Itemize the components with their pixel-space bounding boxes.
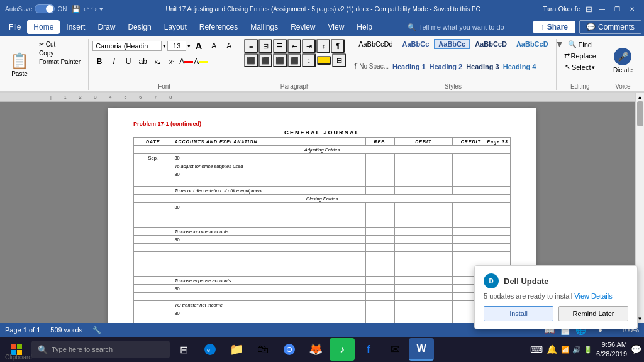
ruler-mark: 7 [154, 95, 157, 99]
increase-indent-button[interactable]: ⇥ [302, 39, 316, 53]
problem-label: Problem 17-1 (continued) [133, 121, 511, 127]
taskbar-facebook-icon[interactable]: f [356, 338, 381, 361]
taskbar-word-icon[interactable]: W [409, 338, 434, 361]
menu-review[interactable]: Review [284, 20, 321, 34]
taskbar-keyboard-icon[interactable]: ⌨ [530, 344, 543, 354]
install-button[interactable]: Install [484, 306, 553, 321]
word-count[interactable]: 509 words [50, 326, 82, 334]
menu-help[interactable]: Help [350, 20, 379, 34]
undo-icon[interactable]: ↩ [83, 5, 89, 13]
border-button[interactable]: ⊟ [332, 53, 346, 67]
paste-button[interactable]: 📋 Paste [5, 39, 34, 90]
volume-icon[interactable]: 🔊 [572, 346, 581, 354]
align-right-button[interactable]: ⬛ [273, 53, 287, 67]
page-indicator[interactable]: Page 1 of 1 [5, 326, 40, 334]
network-icon[interactable]: 📶 [561, 346, 570, 354]
menu-search-placeholder[interactable]: Tell me what you want to do [419, 23, 504, 31]
select-button[interactable]: ↖ Select ▾ [561, 62, 599, 72]
no-spacing-label: ¶ No Spac... [354, 63, 389, 70]
menu-file[interactable]: File [3, 20, 27, 34]
menu-home[interactable]: Home [27, 20, 60, 34]
taskbar-store-icon[interactable]: 🛍 [250, 338, 275, 361]
action-center-icon[interactable]: 💬 [631, 344, 641, 354]
copy-button[interactable]: Copy [36, 49, 83, 57]
view-details-link[interactable]: View Details [574, 292, 612, 300]
cut-button[interactable]: ✂ Cut [36, 40, 83, 48]
status-left: Page 1 of 1 509 words 🔧 [5, 326, 544, 334]
style-heading3[interactable]: AaBbCcD [470, 39, 511, 49]
share-button[interactable]: ↑ Share [533, 21, 575, 33]
menu-view[interactable]: View [322, 20, 351, 34]
menu-insert[interactable]: Insert [60, 20, 91, 34]
font-size-dropdown[interactable]: ▾ [187, 43, 191, 49]
menu-layout[interactable]: Layout [158, 20, 193, 34]
highlight-button[interactable]: A [194, 55, 208, 69]
strikethrough-button[interactable]: ab [136, 55, 150, 69]
comments-button[interactable]: 💬 Comments [579, 20, 641, 34]
decrease-indent-button[interactable]: ⇤ [287, 39, 301, 53]
taskbar-firefox-icon[interactable]: 🦊 [303, 338, 328, 361]
ribbon-toggle-icon[interactable]: ⊟ [586, 4, 592, 14]
notification-icon[interactable]: 🔔 [547, 344, 557, 354]
find-button[interactable]: 🔍 Find [564, 39, 595, 50]
sort-button[interactable]: ↕ [316, 39, 330, 53]
heading1-label[interactable]: Heading 1 [392, 63, 426, 70]
pilcrow-button[interactable]: ¶ [331, 39, 345, 53]
minimize-button[interactable]: — [595, 3, 609, 14]
system-clock[interactable]: 9:56 AM 6/28/2019 [596, 340, 627, 359]
bullets-button[interactable]: ≡ [244, 39, 258, 53]
remind-later-button[interactable]: Remind Later [558, 306, 628, 321]
close-button[interactable]: ✕ [625, 3, 639, 14]
battery-icon[interactable]: 🔋 [584, 346, 592, 354]
taskbar-music-icon[interactable]: ♪ [330, 338, 355, 361]
heading4-label[interactable]: Heading 4 [503, 63, 536, 70]
taskbar-edge-icon[interactable]: e [197, 338, 223, 361]
redo-icon[interactable]: ↪ [91, 5, 97, 13]
dictate-button[interactable]: 🎤 Dictate [608, 47, 638, 75]
style-heading2[interactable]: AaBbCc [434, 39, 470, 49]
heading2-label[interactable]: Heading 2 [430, 63, 463, 70]
line-spacing-button[interactable]: ↕ [302, 53, 316, 67]
font-size-input[interactable]: 13 [167, 41, 186, 51]
text-color-button[interactable]: A [179, 55, 193, 69]
taskbar-chrome-icon[interactable] [277, 338, 302, 361]
font-name-dropdown[interactable]: ▾ [163, 43, 166, 49]
italic-button[interactable]: I [107, 55, 121, 69]
taskbar-task-view[interactable]: ⊟ [171, 338, 196, 361]
menu-references[interactable]: References [193, 20, 244, 34]
align-center-button[interactable]: ⬛ [258, 53, 272, 67]
align-left-button[interactable]: ⬛ [244, 53, 258, 67]
menu-draw[interactable]: Draw [91, 20, 121, 34]
taskbar-search-box[interactable]: 🔍 [31, 341, 170, 358]
clear-formatting-button[interactable]: A [222, 39, 236, 53]
save-icon[interactable]: 💾 [72, 5, 80, 13]
justify-button[interactable]: ⬛ [287, 53, 301, 67]
numbering-button[interactable]: ⊟ [258, 39, 272, 53]
heading3-label[interactable]: Heading 3 [466, 63, 499, 70]
menu-design[interactable]: Design [121, 20, 157, 34]
font-shrink-button[interactable]: A [207, 39, 221, 53]
underline-button[interactable]: U [121, 55, 135, 69]
taskbar-folder-icon[interactable]: 📁 [224, 338, 249, 361]
taskbar-search-input[interactable] [52, 346, 146, 353]
font-name-input[interactable]: Cambria (Headin [92, 41, 162, 51]
bold-button[interactable]: B [92, 55, 106, 69]
style-heading4[interactable]: AaBbCcD [512, 39, 553, 49]
table-row: To close expense accounts [134, 277, 511, 285]
notif-buttons: Install Remind Later [484, 306, 628, 321]
autosave-toggle[interactable] [35, 4, 55, 13]
restore-button[interactable]: ❐ [610, 3, 624, 14]
taskbar-mail-icon[interactable]: ✉ [382, 338, 408, 361]
shading-button[interactable] [317, 56, 331, 65]
scroll-thumb[interactable] [637, 101, 643, 126]
replace-button[interactable]: ⇄ Replace [560, 50, 600, 61]
svg-point-4 [204, 344, 216, 355]
scroll-up-button[interactable]: ▲ [636, 93, 644, 101]
font-grow-button[interactable]: A [192, 39, 206, 53]
menu-mailings[interactable]: Mailings [244, 20, 284, 34]
subscript-button[interactable]: x₂ [150, 55, 164, 69]
multilevel-button[interactable]: ☰ [273, 39, 287, 53]
format-painter-button[interactable]: Format Painter [36, 58, 83, 66]
superscript-button[interactable]: x² [165, 55, 179, 69]
taskbar: 🔍 ⊟ e 📁 🛍 🦊 ♪ f ✉ W ⌨ 🔔 📶 [0, 337, 644, 362]
